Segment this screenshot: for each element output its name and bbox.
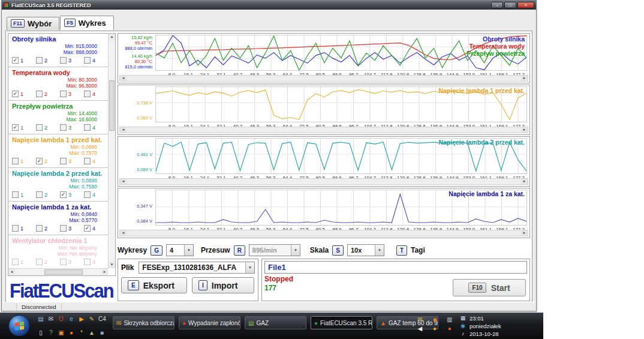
quicklaunch-icon-4[interactable]: e bbox=[68, 315, 75, 323]
channel-checkbox-3[interactable] bbox=[60, 259, 67, 265]
quicklaunch-icon-13[interactable]: ▲ bbox=[88, 329, 95, 337]
s-key-button[interactable]: S bbox=[332, 245, 344, 256]
channel-checkbox-1[interactable] bbox=[12, 225, 19, 232]
chevron-down-icon[interactable]: ▼ bbox=[291, 245, 300, 256]
channel-checkbox-1[interactable] bbox=[12, 259, 19, 265]
r-key-button[interactable]: R bbox=[234, 245, 245, 256]
scroll-left-icon[interactable]: ◄ bbox=[8, 269, 15, 275]
network-icon[interactable]: ◉ bbox=[459, 322, 467, 330]
quicklaunch-icon-7[interactable]: C4 bbox=[98, 315, 106, 323]
import-button[interactable]: I Import bbox=[192, 277, 254, 293]
quicklaunch-icon-3[interactable]: O bbox=[58, 315, 65, 323]
maximize-button[interactable]: □ bbox=[504, 2, 516, 8]
volume-icon[interactable]: ♪ bbox=[459, 330, 467, 338]
plik-dropdown[interactable]: FESExp_1310281636_ALFA ▼ bbox=[139, 262, 255, 274]
task-button[interactable]: ●Wypadanie zapłonó... bbox=[179, 316, 240, 329]
channel-checkbox-2[interactable] bbox=[36, 124, 43, 131]
chart-horizontal-scrollbar[interactable]: ◄► bbox=[119, 230, 528, 236]
channel-checkbox-1[interactable]: ✓ bbox=[12, 124, 19, 131]
tray-icon-1[interactable]: ✉ bbox=[417, 316, 422, 323]
quicklaunch-icon-14[interactable]: ■ bbox=[98, 329, 106, 337]
wykresy-dropdown[interactable]: 4 ▼ bbox=[166, 244, 194, 256]
g-key-button[interactable]: G bbox=[151, 245, 162, 256]
scrollbar-thumb[interactable] bbox=[109, 80, 115, 131]
close-button[interactable]: × bbox=[517, 2, 534, 8]
channel-checkbox-2[interactable]: ✓ bbox=[36, 158, 43, 164]
channel-checkbox-3[interactable]: ✓ bbox=[60, 191, 67, 198]
scroll-left-icon[interactable]: ◄ bbox=[120, 230, 127, 236]
channel-checkbox-1[interactable] bbox=[12, 191, 19, 198]
channel-checkbox-1[interactable]: ✓ bbox=[12, 57, 19, 64]
scroll-down-icon[interactable]: ▼ bbox=[109, 262, 115, 268]
task-button[interactable]: ●FiatECUScan 3.5 RE... bbox=[311, 316, 372, 329]
quicklaunch-icon-8[interactable]: ▯ bbox=[37, 329, 44, 337]
scroll-right-icon[interactable]: ► bbox=[521, 127, 528, 133]
start-menu-button[interactable] bbox=[8, 315, 30, 337]
quicklaunch-icon-1[interactable]: ▤ bbox=[37, 315, 44, 323]
chart-horizontal-scrollbar[interactable]: ◄► bbox=[119, 75, 528, 82]
channel-checkbox-3[interactable] bbox=[60, 91, 67, 97]
chart-horizontal-scrollbar[interactable]: ◄► bbox=[119, 127, 528, 133]
channel-checkbox-2[interactable] bbox=[36, 57, 43, 64]
eksport-button[interactable]: E Eksport bbox=[121, 277, 187, 293]
channel-checkbox-3[interactable] bbox=[60, 158, 67, 164]
scroll-right-icon[interactable]: ► bbox=[101, 269, 108, 275]
scroll-up-icon[interactable]: ▲ bbox=[109, 34, 115, 40]
tray-icon-6[interactable]: ● bbox=[448, 325, 452, 332]
channel-checkbox-2[interactable] bbox=[36, 225, 43, 232]
quicklaunch-icon-11[interactable]: ● bbox=[68, 329, 75, 337]
channel-checkbox-2[interactable] bbox=[36, 91, 43, 97]
start-button[interactable]: F10 Start bbox=[453, 279, 526, 296]
quicklaunch-icon-10[interactable]: ▣ bbox=[58, 329, 65, 337]
tray-icon-2[interactable]: ■ bbox=[433, 316, 437, 323]
tray-icon-3[interactable]: ▥ bbox=[447, 316, 452, 323]
channel-checkbox-2[interactable] bbox=[36, 191, 43, 198]
file-name-field[interactable]: File1 bbox=[264, 261, 527, 274]
channel-checkbox-4[interactable]: ✓ bbox=[84, 225, 91, 232]
sidebar-vertical-scrollbar[interactable]: ▲ ▼ bbox=[108, 34, 115, 268]
scroll-right-icon[interactable]: ► bbox=[521, 76, 528, 81]
scroll-right-icon[interactable]: ► bbox=[521, 230, 528, 236]
chart-horizontal-scrollbar[interactable]: ◄► bbox=[119, 178, 528, 185]
channel-checkbox-4[interactable] bbox=[84, 158, 91, 164]
channel-checkbox-4[interactable] bbox=[84, 124, 91, 131]
chevron-down-icon[interactable]: ▼ bbox=[245, 262, 254, 273]
chevron-down-icon[interactable]: ▼ bbox=[375, 245, 384, 256]
tray-icon-5[interactable]: ● bbox=[433, 325, 437, 332]
scroll-left-icon[interactable]: ◄ bbox=[120, 76, 127, 81]
scroll-right-icon[interactable]: ► bbox=[521, 179, 528, 184]
chevron-down-icon[interactable]: ▼ bbox=[184, 245, 193, 256]
channel-checkbox-4[interactable] bbox=[84, 91, 91, 97]
titlebar[interactable]: FiatECUScan 3.5 REGISTERED – □ × bbox=[2, 1, 536, 10]
quicklaunch-icon-5[interactable]: ▶ bbox=[78, 315, 85, 323]
scroll-left-icon[interactable]: ◄ bbox=[120, 127, 127, 133]
quicklaunch-icon-2[interactable]: ✉ bbox=[47, 315, 55, 323]
task-button[interactable]: ✉Skrzynka odbiorcza ... bbox=[113, 316, 174, 329]
scrollbar-thumb[interactable] bbox=[44, 269, 83, 275]
sidebar-horizontal-scrollbar[interactable]: ◄ ► bbox=[8, 268, 108, 275]
scroll-left-icon[interactable]: ◄ bbox=[120, 179, 127, 184]
channel-checkbox-1[interactable] bbox=[12, 158, 19, 164]
skala-dropdown[interactable]: 10x ▼ bbox=[347, 244, 384, 256]
t-key-button[interactable]: T bbox=[396, 245, 407, 256]
task-button[interactable]: ▤GAZ bbox=[245, 316, 306, 329]
tray-app-icon[interactable]: ▦ bbox=[459, 314, 467, 322]
minimize-button[interactable]: – bbox=[491, 2, 503, 8]
quicklaunch-icon-9[interactable]: ? bbox=[47, 329, 55, 337]
task-label: FiatECUScan 3.5 RE... bbox=[320, 320, 372, 326]
tab-wybor[interactable]: F11 Wybór bbox=[7, 17, 59, 30]
channel-checkbox-3[interactable] bbox=[60, 124, 67, 131]
clock-area[interactable]: ▦23:01 ◉poniedziałek ♪2013-10-28 bbox=[459, 314, 541, 338]
tray-icon-4[interactable]: ◀ bbox=[417, 325, 422, 332]
channel-checkbox-4[interactable] bbox=[84, 57, 91, 64]
channel-checkbox-4[interactable] bbox=[84, 259, 91, 265]
channel-checkbox-1[interactable]: ✓ bbox=[12, 91, 19, 97]
quicklaunch-icon-6[interactable]: ✎ bbox=[88, 315, 95, 323]
channel-checkbox-2[interactable] bbox=[36, 259, 43, 265]
channel-checkbox-3[interactable] bbox=[60, 225, 67, 232]
channel-checkbox-4[interactable] bbox=[84, 191, 91, 198]
tab-wykres[interactable]: F5 Wykres bbox=[60, 16, 114, 30]
przesuw-dropdown[interactable]: 895/min ▼ bbox=[249, 244, 300, 256]
channel-checkbox-3[interactable] bbox=[60, 57, 67, 64]
quicklaunch-icon-12[interactable]: * bbox=[78, 329, 85, 337]
